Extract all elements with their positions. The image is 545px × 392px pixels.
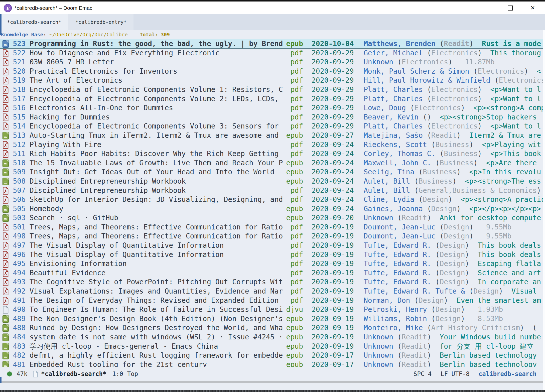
table-row[interactable]: 52103W 8605 7 HR Letterpdf2020-09-29Unkn… — [0, 58, 545, 67]
major-mode[interactable]: calibredb-search — [479, 370, 536, 377]
table-row[interactable]: 512Playing With Firepdf2020-09-24Riecken… — [0, 140, 545, 150]
table-row[interactable]: 517Encyclopedia of Electronic Components… — [0, 94, 545, 104]
book-comment: <p>Want to l — [490, 95, 541, 103]
table-row[interactable]: 519The Art of Electronicspdf2020-09-29Hi… — [0, 76, 545, 85]
book-tag: Electronics — [402, 58, 448, 66]
close-icon: ✕ — [530, 5, 535, 11]
table-row[interactable]: 489The Non-Designer's Design Book (4th E… — [0, 314, 545, 324]
book-meta: Platt, Charles (Electronics) <p>Want to … — [364, 94, 543, 104]
table-row[interactable]: 513Auto-Starting Tmux in iTerm2. Iterm2 … — [0, 131, 545, 140]
book-format: pdf — [286, 113, 303, 122]
table-row[interactable]: 496The Visual Display of Quantitative In… — [0, 250, 545, 259]
book-author: Doumont, Jean-Luc — [364, 232, 436, 240]
book-date: 2020-09-19 — [312, 314, 354, 324]
table-row[interactable]: 488Ruined by Design: How Designers Destr… — [0, 323, 545, 333]
tab-calibredb-entry[interactable]: *calibredb-entry* — [68, 14, 134, 30]
table-row[interactable]: 495Envisioning Informationpdf2020-09-19T… — [0, 259, 545, 269]
book-author: Petroski, Henry — [364, 305, 427, 314]
book-tag: Readit — [402, 360, 427, 367]
tab-calibredb-search[interactable]: *calibredb-search* — [0, 14, 68, 30]
book-title: SketchUp for Interior Design: 3D Visuali… — [30, 195, 283, 204]
epub-book-icon — [2, 315, 10, 323]
djvu-file-icon — [2, 306, 10, 314]
scrollbar-thumb[interactable] — [0, 14, 2, 35]
table-row[interactable]: 483学习使用 cl-loop - Emacs-general - Emacs … — [0, 342, 545, 351]
table-row[interactable]: 518Encyclopedia of Electronic Components… — [0, 85, 545, 94]
book-meta: Doumont, Jean-Luc (Design) 9.55Mb — [364, 232, 543, 241]
table-row[interactable]: 505Homebodyepub2020-09-24Gaines, Joanna … — [0, 204, 545, 214]
table-row[interactable]: 516Electronics All-In-One for Dummiespdf… — [0, 103, 545, 113]
table-row[interactable]: 511Rich Habits Poor Habits: Discover Why… — [0, 149, 545, 159]
table-row[interactable]: 514Encyclopedia of Electronic Components… — [0, 122, 545, 131]
table-row[interactable]: 482defmt, a highly efficient Rust loggin… — [0, 351, 545, 360]
table-row[interactable]: 515Hacking for Dummiespdf2020-09-29Beave… — [0, 113, 545, 122]
book-format: pdf — [286, 149, 303, 159]
book-format: pdf — [286, 241, 303, 250]
book-date: 2020-09-29 — [312, 58, 354, 67]
book-id: 498 — [9, 232, 26, 241]
book-date: 2020-09-19 — [312, 232, 354, 241]
table-row[interactable]: 493The Cognitive Style of PowerPoint: Pi… — [0, 278, 545, 287]
minibuffer-scrollbar-thumb[interactable] — [0, 377, 2, 383]
book-author: Williams, Robin — [364, 315, 427, 323]
book-tag: Electronics — [431, 95, 478, 103]
book-tag: Design — [440, 278, 465, 286]
book-format: epub — [286, 333, 303, 342]
table-row[interactable]: 522How to Diagnose and Fix Everything El… — [0, 49, 545, 58]
table-row[interactable]: 490To Engineer Is Human: The Role of Fai… — [0, 305, 545, 314]
book-tag: Design — [423, 195, 448, 204]
table-row[interactable]: 494Beautiful Evidencepdf2020-09-19Tufte,… — [0, 269, 545, 278]
echo-area[interactable] — [0, 383, 545, 390]
book-tag: General,Business & Economics — [419, 186, 537, 195]
epub-book-icon — [2, 343, 10, 350]
book-date: 2020-09-24 — [312, 149, 354, 159]
table-row[interactable]: 503Search · sql · GitHubepub2020-09-20Un… — [0, 213, 545, 223]
book-meta: Seelig, Tina (Business) <p>In this revol… — [364, 168, 543, 177]
book-tag: Design — [436, 315, 461, 323]
book-comment: <p><strong>The ess — [465, 177, 541, 185]
book-date: 2020-09-29 — [312, 67, 354, 76]
book-meta: Lowe, Doug (Electronics) <p><strong>A co… — [364, 103, 543, 113]
table-row[interactable]: 492Visual Explanations: Images and Quant… — [0, 287, 545, 296]
table-row[interactable]: 509Insight Out: Get Ideas Out of Your He… — [0, 168, 545, 177]
table-row[interactable]: 484system date is not same with windows … — [0, 333, 545, 342]
minimize-button[interactable] — [476, 2, 499, 14]
buffer-name: *calibredb-search* — [41, 370, 106, 377]
epub-book-icon — [2, 132, 10, 140]
epub-book-icon — [2, 361, 10, 367]
book-tag: Business — [444, 150, 478, 158]
window-titlebar[interactable]: ε *calibredb-search* – Doom Emac ✕ — [0, 2, 545, 14]
right-fringe — [543, 30, 545, 390]
table-row[interactable]: 520Practical Electronics for Inventorspd… — [0, 67, 545, 76]
book-date: 2020-09-24 — [312, 159, 354, 168]
close-button[interactable]: ✕ — [521, 2, 544, 14]
book-author: Tufte, Edward R. — [364, 241, 431, 249]
table-row[interactable]: 491The Design of Everyday Things: Revise… — [0, 296, 545, 305]
book-date: 2020-09-24 — [312, 140, 354, 150]
table-row[interactable]: 508Disciplined Entrepreneurship Workbook… — [0, 177, 545, 186]
table-row[interactable]: 506SketchUp for Interior Design: 3D Visu… — [0, 195, 545, 204]
book-date: 2020-09-24 — [312, 177, 354, 186]
table-row[interactable]: 510The 15 Invaluable Laws of Growth: Liv… — [0, 159, 545, 168]
book-id: 510 — [9, 159, 26, 168]
book-id: 482 — [9, 351, 26, 360]
pdf-file-icon — [2, 269, 10, 277]
table-row[interactable]: 501Trees, Maps, and Theorems: Effective … — [0, 223, 545, 232]
book-comment: Berlin based technology — [440, 360, 537, 367]
book-format: epub — [286, 342, 303, 351]
table-row[interactable]: 507Disciplined Entrepreneurship Workbook… — [0, 186, 545, 195]
book-meta: Platt, Charles (Electronics) <p>Want to … — [364, 85, 543, 94]
book-title: Rich Habits Poor Habits: Discover Why th… — [30, 149, 283, 159]
book-comment: <p>Want to l — [490, 85, 541, 94]
book-format: epub — [286, 39, 303, 49]
book-format: pdf — [286, 296, 303, 305]
book-title: Encyclopedia of Electronic Components Vo… — [30, 94, 283, 104]
book-meta: Maxwell, John C. (Business) <p>Are there — [364, 159, 543, 168]
book-meta: Cline, Lydia (Design) <p><strong>A pract… — [364, 195, 543, 204]
table-row[interactable]: 481Embedded Rust tooling for the 21st ce… — [0, 360, 545, 367]
table-row[interactable]: 523Programming in Rust: the good, the ba… — [0, 39, 545, 49]
maximize-button[interactable] — [499, 2, 521, 14]
book-comment: <p><strong>Stop hackers — [440, 113, 537, 121]
table-row[interactable]: 497The Visual Display of Quantitative In… — [0, 241, 545, 250]
table-row[interactable]: 498Trees, Maps, and Theorems: Effective … — [0, 232, 545, 241]
